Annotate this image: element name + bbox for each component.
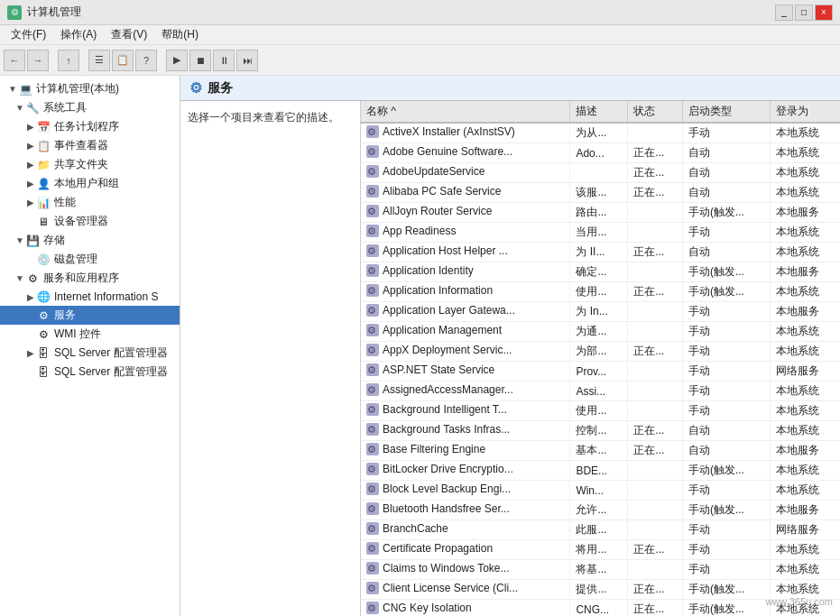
table-row[interactable]: Application Information 使用... 正在... 手动(触… [361, 282, 840, 302]
maximize-button[interactable]: □ [795, 5, 813, 21]
table-row[interactable]: Base Filtering Engine 基本... 正在... 自动 本地服… [361, 441, 840, 461]
table-row[interactable]: ASP.NET State Service Prov... 手动 网络服务 [361, 362, 840, 382]
services-header: ⚙ 服务 [180, 76, 840, 101]
cell-desc: 确定... [570, 262, 628, 282]
col-status[interactable]: 状态 [628, 101, 683, 123]
up-button[interactable]: ↑ [58, 50, 79, 71]
tree-item-tools[interactable]: ▼ 🔧 系统工具 [0, 98, 180, 117]
cell-logon: 网络服务 [770, 520, 840, 540]
tree-item-iis[interactable]: ▶ 🌐 Internet Information S [0, 288, 180, 306]
properties-button[interactable]: 📋 [112, 50, 134, 71]
table-row[interactable]: Background Tasks Infras... 控制... 正在... 自… [361, 421, 840, 441]
cell-desc [570, 163, 628, 183]
tree-item-svcapps[interactable]: ▼ ⚙ 服务和应用程序 [0, 269, 180, 288]
col-logon[interactable]: 登录为 [770, 101, 840, 123]
cell-status: 正在... [628, 163, 683, 183]
table-row[interactable]: Application Layer Gatewa... 为 In... 手动 本… [361, 302, 840, 322]
table-row[interactable]: Client License Service (Cli... 提供... 正在.… [361, 580, 840, 600]
play-button[interactable]: ▶ [166, 50, 188, 71]
service-name: AllJoyn Router Service [383, 205, 492, 217]
table-row[interactable]: Adobe Genuine Software... Ado... 正在... 自… [361, 143, 840, 163]
service-name: AppX Deployment Servic... [383, 344, 512, 356]
tree-item-tasks[interactable]: ▶ 📅 任务计划程序 [0, 117, 180, 136]
tree-label-tasks: 任务计划程序 [54, 119, 119, 134]
table-row[interactable]: Application Management 为通... 手动 本地系统 [361, 322, 840, 342]
tree-item-events[interactable]: ▶ 📋 事件查看器 [0, 136, 180, 155]
tree-label-events: 事件查看器 [54, 138, 108, 153]
service-name: Certificate Propagation [383, 542, 493, 555]
restart-button[interactable]: ⏭ [236, 50, 258, 71]
close-button[interactable]: × [815, 5, 833, 21]
service-name: AdobeUpdateService [383, 165, 485, 178]
cell-status: 正在... [628, 342, 683, 362]
cell-startup: 自动 [682, 163, 770, 183]
stop-button[interactable]: ⏹ [189, 50, 211, 71]
table-row[interactable]: App Readiness 当用... 手动 本地系统 [361, 223, 840, 243]
service-name: Claims to Windows Toke... [383, 562, 510, 575]
service-name: Base Filtering Engine [383, 443, 485, 455]
tree-item-perf[interactable]: ▶ 📊 性能 [0, 193, 180, 212]
tree-label-svcapps: 服务和应用程序 [43, 271, 119, 286]
table-row[interactable]: Bluetooth Handsfree Ser... 允许... 手动(触发..… [361, 501, 840, 520]
minimize-button[interactable]: _ [775, 5, 793, 21]
menu-help[interactable]: 帮助(H) [154, 25, 206, 44]
col-desc[interactable]: 描述 [570, 101, 628, 123]
show-hide-button[interactable]: ☰ [88, 50, 110, 71]
table-row[interactable]: BranchCache 此服... 手动 网络服务 [361, 520, 840, 540]
tree-label-iis: Internet Information S [54, 290, 158, 303]
service-icon [366, 344, 379, 356]
menu-action[interactable]: 操作(A) [53, 25, 104, 44]
help-button[interactable]: ? [135, 50, 157, 71]
table-row[interactable]: AdobeUpdateService 正在... 自动 本地系统 [361, 163, 840, 183]
service-icon [366, 542, 379, 555]
tree-item-devmgr[interactable]: 🖥 设备管理器 [0, 212, 180, 231]
back-button[interactable]: ← [4, 50, 25, 71]
table-row[interactable]: ActiveX Installer (AxInstSV) 为从... 手动 本地… [361, 123, 840, 143]
tree-item-storage[interactable]: ▼ 💾 存储 [0, 231, 180, 250]
cell-logon: 本地系统 [770, 382, 840, 401]
service-name: App Readiness [383, 225, 456, 237]
menu-view[interactable]: 查看(V) [104, 25, 154, 44]
cell-name: Certificate Propagation [361, 540, 570, 560]
forward-button[interactable]: → [27, 50, 49, 71]
menu-file[interactable]: 文件(F) [4, 25, 53, 44]
service-icon [366, 423, 379, 436]
table-row[interactable]: Block Level Backup Engi... Win... 手动 本地系… [361, 481, 840, 501]
pause-button[interactable]: ⏸ [213, 50, 235, 71]
table-row[interactable]: Certificate Propagation 将用... 正在... 手动 本… [361, 540, 840, 560]
services-table-wrap[interactable]: 名称 ^ 描述 状态 启动类型 登录为 ActiveX I [361, 101, 840, 616]
tree-item-localusers[interactable]: ▶ 👤 本地用户和组 [0, 174, 180, 193]
shares-icon: 📁 [36, 158, 51, 172]
cell-logon: 本地系统 [770, 123, 840, 143]
table-row[interactable]: AppX Deployment Servic... 为部... 正在... 手动… [361, 342, 840, 362]
table-row[interactable]: BitLocker Drive Encryptio... BDE... 手动(触… [361, 461, 840, 481]
table-row[interactable]: CNG Key Isolation CNG... 正在... 手动(触发... … [361, 600, 840, 617]
tree-item-sqlcfg1[interactable]: ▶ 🗄 SQL Server 配置管理器 [0, 344, 180, 363]
service-name: Application Information [383, 284, 493, 297]
table-row[interactable]: Application Identity 确定... 手动(触发... 本地服务 [361, 262, 840, 282]
tree-item-diskmgr[interactable]: 💿 磁盘管理 [0, 250, 180, 269]
tree-item-computer[interactable]: ▼ 💻 计算机管理(本地) [0, 79, 180, 98]
tree-item-services[interactable]: ⚙ 服务 [0, 306, 180, 325]
tree-item-wmi[interactable]: ⚙ WMI 控件 [0, 325, 180, 344]
titlebar-title: 计算机管理 [27, 5, 81, 20]
table-row[interactable]: Background Intelligent T... 使用... 手动 本地系… [361, 401, 840, 421]
table-row[interactable]: Application Host Helper ... 为 II... 正在..… [361, 243, 840, 262]
tree-item-sqlcfg2[interactable]: 🗄 SQL Server 配置管理器 [0, 363, 180, 382]
cell-logon: 本地系统 [770, 540, 840, 560]
services-header-icon: ⚙ [189, 79, 202, 97]
table-row[interactable]: AllJoyn Router Service 路由... 手动(触发... 本地… [361, 203, 840, 223]
cell-startup: 手动 [682, 362, 770, 382]
col-startup[interactable]: 启动类型 [682, 101, 770, 123]
service-name: ActiveX Installer (AxInstSV) [383, 125, 515, 138]
cell-name: Application Host Helper ... [361, 243, 570, 262]
tree-arrow-storage: ▼ [14, 235, 25, 245]
table-row[interactable]: AssignedAccessManager... Assi... 手动 本地系统 [361, 382, 840, 401]
table-row[interactable]: Claims to Windows Toke... 将基... 手动 本地系统 [361, 560, 840, 580]
cell-logon: 本地系统 [770, 461, 840, 481]
col-name[interactable]: 名称 ^ [361, 101, 570, 123]
table-row[interactable]: Alibaba PC Safe Service 该服... 正在... 自动 本… [361, 183, 840, 203]
cell-logon: 本地系统 [770, 401, 840, 421]
tree-item-shares[interactable]: ▶ 📁 共享文件夹 [0, 155, 180, 174]
cell-desc: 将基... [570, 560, 628, 580]
